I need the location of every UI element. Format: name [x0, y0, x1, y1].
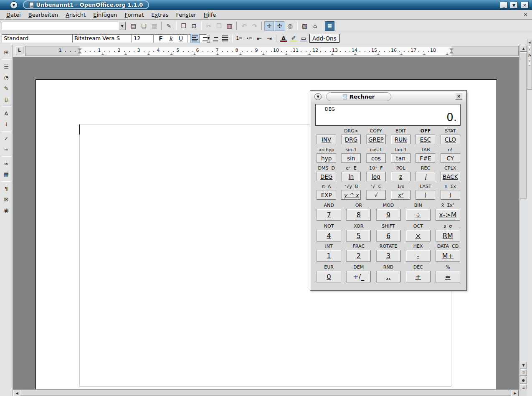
menu-format[interactable]: Format: [121, 11, 148, 19]
calc-button-cos[interactable]: cos: [366, 153, 386, 163]
calc-button-GREP[interactable]: GREP: [366, 135, 386, 144]
auto-spellcheck-icon[interactable]: ≈: [1, 144, 11, 154]
window-menu-button[interactable]: ▼: [10, 1, 18, 9]
direct-cursor-icon[interactable]: I: [1, 119, 11, 129]
calculator-window[interactable]: ▼ Rechner × DEG 0. INVDRG>DRGCOPYGREPEDI…: [310, 90, 467, 291]
calc-button-4[interactable]: 4: [317, 230, 341, 241]
graphics-toggle-icon[interactable]: ⊠: [1, 194, 11, 204]
calc-button-5[interactable]: 5: [346, 230, 371, 241]
docked-window-strip[interactable]: ◀ ◔: [527, 40, 532, 90]
online-layout-icon[interactable]: ◉: [1, 205, 11, 215]
italic-button[interactable]: k: [166, 34, 175, 43]
calc-button-9[interactable]: 9: [376, 209, 401, 221]
decrease-indent-button[interactable]: ⇤: [255, 34, 264, 43]
horizontal-scrollbar[interactable]: ◀ ▶: [13, 389, 519, 396]
printer-icon[interactable]: ⊡: [189, 21, 199, 31]
data-sources-icon[interactable]: ▦: [1, 169, 11, 179]
align-left-button[interactable]: [190, 34, 200, 43]
paste-icon[interactable]: ▥: [225, 21, 234, 31]
tab-type-selector[interactable]: L: [15, 46, 23, 54]
calc-button-7[interactable]: 7: [317, 209, 341, 221]
horizontal-ruler[interactable]: 1123456789101112131415161718⊥⊥⊥⊥⊥⊥⊥⊥⊥⊥⊥⊥…: [25, 46, 519, 56]
hyperlink-dialog-icon[interactable]: ◎: [285, 21, 295, 31]
calc-button-ESC[interactable]: ESC: [415, 135, 435, 144]
dock-grip[interactable]: [529, 59, 530, 66]
calculator-close-button[interactable]: ×: [455, 93, 462, 100]
paragraph-style-input[interactable]: [2, 34, 77, 43]
menu-datei[interactable]: Datei: [3, 11, 25, 19]
calc-button-√[interactable]: √: [366, 190, 386, 200]
menu-fenster[interactable]: Fenster: [172, 11, 200, 19]
calc-button-+[interactable]: +: [406, 271, 431, 282]
insert-object-icon[interactable]: ◔: [1, 72, 11, 82]
draw-functions-icon[interactable]: ✎: [1, 83, 11, 93]
insert-icon[interactable]: ☰: [1, 61, 11, 71]
numbered-list-button[interactable]: 1≡: [235, 34, 244, 43]
calc-button-ln[interactable]: ln: [341, 172, 361, 181]
gallery-icon[interactable]: ▧: [300, 21, 309, 31]
calc-button-sin[interactable]: sin: [341, 153, 361, 163]
titlebar-pill[interactable]: Unbenannt1 - OpenOffice.org 1.1.0: [23, 0, 149, 9]
bookmark-icon[interactable]: ⌂: [310, 21, 320, 31]
calc-button-y ^ x[interactable]: y ^ x: [341, 190, 361, 200]
highlighting-button[interactable]: ✐: [289, 34, 298, 43]
scroll-left-button[interactable]: ◀: [13, 390, 20, 396]
calc-button--[interactable]: -: [406, 250, 431, 261]
menu-extras[interactable]: Extras: [147, 11, 172, 19]
bold-button[interactable]: F: [156, 34, 165, 43]
indent-marker-right[interactable]: [449, 48, 453, 53]
calc-button-6[interactable]: 6: [376, 230, 401, 241]
align-right-button[interactable]: [210, 34, 220, 43]
indent-marker-left[interactable]: [78, 48, 82, 53]
calc-button-÷[interactable]: ÷: [406, 209, 431, 221]
find-replace-icon[interactable]: ∞: [1, 158, 11, 168]
autotext-icon[interactable]: A: [1, 108, 11, 118]
calc-button-×[interactable]: ×: [406, 230, 431, 241]
vertical-scrollbar[interactable]: ▲ ▼ ⇈ ● ⇊: [519, 45, 527, 396]
url-dropdown-icon[interactable]: ▼: [119, 22, 126, 30]
calc-button-CLO[interactable]: CLO: [441, 135, 460, 144]
minimize-button[interactable]: _: [500, 2, 508, 8]
calc-button-=[interactable]: =: [436, 271, 460, 282]
close-button[interactable]: ×: [521, 2, 529, 8]
bullet-list-button[interactable]: •≡: [245, 34, 254, 43]
paragraph-style-combobox[interactable]: ▼: [2, 34, 70, 43]
open-icon[interactable]: ❏: [139, 21, 149, 31]
maximize-button[interactable]: ▼: [510, 2, 518, 8]
paragraph-background-button[interactable]: ▭: [299, 34, 308, 43]
font-color-button[interactable]: A: [279, 34, 288, 43]
calc-button-0[interactable]: 0: [317, 271, 341, 282]
calc-button-3[interactable]: 3: [376, 250, 401, 261]
font-size-combobox[interactable]: ▼: [132, 34, 152, 43]
scroll-up-button[interactable]: ▲: [520, 45, 527, 52]
calc-button-RM[interactable]: RM: [436, 230, 460, 241]
menu-hilfe[interactable]: Hilfe: [200, 11, 220, 19]
document-close-icon[interactable]: ×: [523, 11, 528, 18]
calc-button-x²[interactable]: x²: [391, 190, 410, 200]
addons-tooltip[interactable]: Add-Ons: [309, 34, 339, 43]
calc-button-CY[interactable]: CY: [441, 153, 460, 163]
calc-button-F#E[interactable]: F#E: [415, 153, 435, 163]
calc-button-z[interactable]: z: [391, 172, 410, 181]
new-document-icon[interactable]: ▤: [129, 21, 138, 31]
menu-ansicht[interactable]: Ansicht: [62, 11, 89, 19]
calc-button-INV[interactable]: INV: [317, 135, 336, 144]
url-combobox[interactable]: ▼: [2, 22, 126, 30]
dock-grip[interactable]: [529, 46, 530, 52]
navigator-icon[interactable]: ✛: [264, 21, 274, 31]
print-file-icon[interactable]: ❒: [179, 21, 188, 31]
calc-button-x->M[interactable]: x->M: [436, 209, 460, 221]
calc-button-M+[interactable]: M+: [436, 250, 460, 261]
calc-button-1[interactable]: 1: [317, 250, 341, 261]
show-dock-icon[interactable]: ◀: [528, 41, 530, 44]
underline-button[interactable]: U: [176, 34, 185, 43]
calculator-titlebar[interactable]: ▼ Rechner ×: [311, 91, 466, 102]
stylist-icon[interactable]: ✣: [275, 21, 284, 31]
calc-button-([interactable]: (: [415, 190, 435, 200]
calc-button-i[interactable]: i: [415, 172, 435, 181]
calc-button-EXP[interactable]: EXP: [317, 190, 336, 200]
calc-button-hyp[interactable]: hyp: [317, 153, 336, 163]
insert-table-icon[interactable]: ⊞: [1, 47, 11, 57]
spellcheck-icon[interactable]: ✓: [1, 133, 11, 143]
calc-button-+/_[interactable]: +/_: [346, 271, 371, 282]
